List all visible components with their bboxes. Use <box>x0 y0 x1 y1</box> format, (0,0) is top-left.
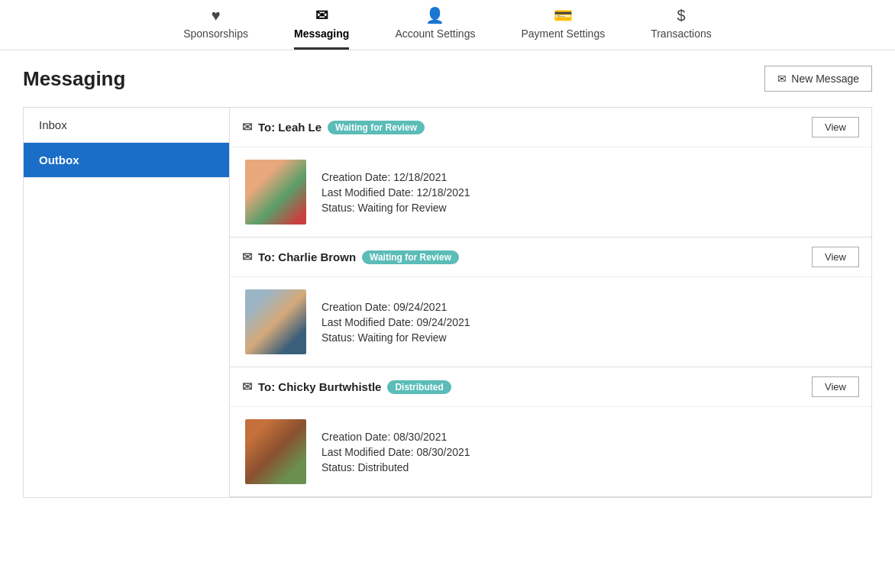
credit-card-icon: 💳 <box>554 6 573 24</box>
sidebar-item-inbox[interactable]: Inbox <box>24 108 229 143</box>
page-title: Messaging <box>23 67 125 91</box>
avatar <box>245 160 306 225</box>
new-message-button[interactable]: ✉ New Message <box>764 66 872 92</box>
page-wrapper: Messaging ✉ New Message Inbox Outbox ✉ T… <box>0 50 895 513</box>
message-info: Creation Date: 09/24/2021 Last Modified … <box>321 301 470 344</box>
message-card-header: ✉ To: Charlie Brown Waiting for Review V… <box>230 237 871 277</box>
message-card-to: ✉ To: Chicky Burtwhistle Distributed <box>242 380 451 394</box>
message-card-body: Creation Date: 12/18/2021 Last Modified … <box>230 147 871 237</box>
nav-item-sponsorships[interactable]: ♥ Sponsorships <box>183 7 248 50</box>
last-modified-date: Last Modified Date: 09/24/2021 <box>321 316 470 328</box>
nav-label-payment-settings: Payment Settings <box>521 27 605 40</box>
nav-item-account-settings[interactable]: 👤 Account Settings <box>395 6 475 50</box>
sidebar: Inbox Outbox <box>23 107 229 498</box>
dollar-icon: $ <box>677 7 685 24</box>
message-card-to: ✉ To: Charlie Brown Waiting for Review <box>242 250 459 264</box>
view-button[interactable]: View <box>812 376 859 397</box>
last-modified-date: Last Modified Date: 08/30/2021 <box>321 446 470 458</box>
nav-item-transactions[interactable]: $ Transactions <box>651 7 712 50</box>
nav-label-sponsorships: Sponsorships <box>183 27 248 40</box>
message-to-name: To: Charlie Brown <box>258 250 356 263</box>
message-to-name: To: Chicky Burtwhistle <box>258 380 381 393</box>
creation-date: Creation Date: 08/30/2021 <box>321 431 470 443</box>
new-message-label: New Message <box>791 73 859 85</box>
envelope-icon: ✉ <box>242 250 252 264</box>
avatar <box>245 419 306 484</box>
avatar <box>245 289 306 354</box>
content-area: Inbox Outbox ✉ To: Leah Le Waiting for R… <box>23 107 872 498</box>
view-button[interactable]: View <box>812 247 859 267</box>
message-card-header: ✉ To: Leah Le Waiting for Review View <box>230 108 871 147</box>
envelope-icon: ✉ <box>242 380 252 394</box>
message-card: ✉ To: Chicky Burtwhistle Distributed Vie… <box>230 367 871 497</box>
messages-list: ✉ To: Leah Le Waiting for Review View Cr… <box>229 107 872 498</box>
status-text: Status: Distributed <box>321 461 470 473</box>
status-badge: Distributed <box>387 380 451 394</box>
nav-label-messaging: Messaging <box>294 27 349 40</box>
page-header: Messaging ✉ New Message <box>23 66 872 92</box>
status-text: Status: Waiting for Review <box>321 331 470 344</box>
nav-label-transactions: Transactions <box>651 27 712 40</box>
message-card-to: ✉ To: Leah Le Waiting for Review <box>242 120 425 134</box>
message-info: Creation Date: 12/18/2021 Last Modified … <box>321 171 470 214</box>
envelope-icon: ✉ <box>242 120 252 134</box>
nav-label-account-settings: Account Settings <box>395 27 475 40</box>
status-badge: Waiting for Review <box>362 250 459 264</box>
sidebar-item-outbox[interactable]: Outbox <box>24 143 229 178</box>
heart-icon: ♥ <box>212 7 221 24</box>
creation-date: Creation Date: 12/18/2021 <box>321 171 470 183</box>
message-card-header: ✉ To: Chicky Burtwhistle Distributed Vie… <box>230 367 871 407</box>
status-text: Status: Waiting for Review <box>321 202 470 214</box>
status-badge: Waiting for Review <box>328 121 425 134</box>
chat-icon: ✉ <box>315 6 328 24</box>
message-to-name: To: Leah Le <box>258 121 321 134</box>
envelope-icon: ✉ <box>777 73 787 85</box>
nav-item-payment-settings[interactable]: 💳 Payment Settings <box>521 6 605 50</box>
person-icon: 👤 <box>425 6 444 24</box>
message-card-body: Creation Date: 08/30/2021 Last Modified … <box>230 407 871 496</box>
message-card: ✉ To: Leah Le Waiting for Review View Cr… <box>230 108 871 237</box>
view-button[interactable]: View <box>812 117 859 137</box>
nav-item-messaging[interactable]: ✉ Messaging <box>294 6 349 50</box>
message-card: ✉ To: Charlie Brown Waiting for Review V… <box>230 237 871 367</box>
top-nav: ♥ Sponsorships ✉ Messaging 👤 Account Set… <box>0 0 895 50</box>
message-info: Creation Date: 08/30/2021 Last Modified … <box>321 431 470 473</box>
message-card-body: Creation Date: 09/24/2021 Last Modified … <box>230 277 871 367</box>
last-modified-date: Last Modified Date: 12/18/2021 <box>321 186 470 199</box>
creation-date: Creation Date: 09/24/2021 <box>321 301 470 313</box>
